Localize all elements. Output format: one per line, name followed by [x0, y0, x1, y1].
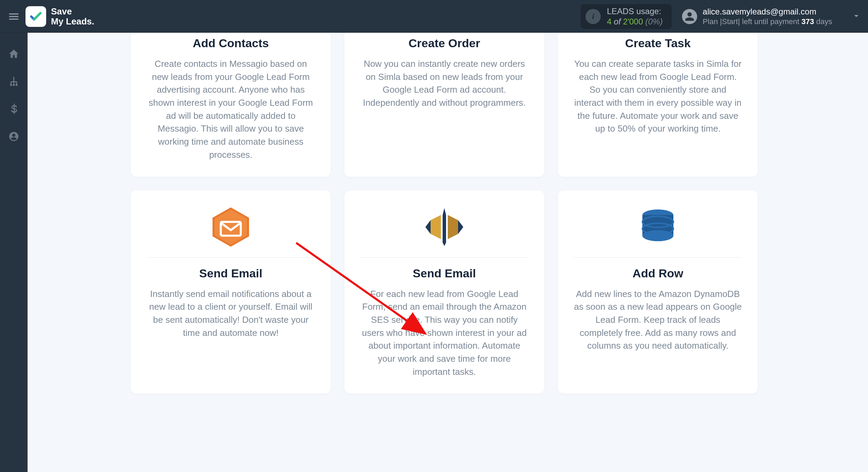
avatar	[682, 9, 697, 24]
integration-card-add-contacts[interactable]: messaggio Add Contacts Create contacts i…	[131, 33, 331, 177]
user-menu[interactable]: alice.savemyleads@gmail.com Plan |Start|…	[682, 6, 861, 27]
card-title: Create Order	[409, 37, 480, 50]
user-info: alice.savemyleads@gmail.com Plan |Start|…	[703, 6, 832, 27]
logo-mark	[25, 6, 46, 27]
sidebar-item-account[interactable]	[7, 130, 21, 143]
sidebar-item-billing[interactable]	[7, 102, 21, 116]
svg-marker-7	[448, 215, 458, 239]
card-description: For each new lead from Google Lead Form,…	[360, 288, 528, 379]
info-icon: i	[586, 9, 601, 24]
sidebar-item-home[interactable]	[7, 47, 21, 61]
card-description: Add new lines to the Amazon DynamoDB as …	[574, 288, 742, 352]
user-menu-chevron	[838, 11, 861, 22]
card-title: Add Contacts	[193, 37, 269, 50]
integration-card-send-email-ses[interactable]: Send Email For each new lead from Google…	[344, 191, 544, 394]
menu-toggle[interactable]	[3, 6, 24, 27]
content: messaggio Add Contacts Create contacts i…	[28, 33, 868, 472]
email-hex-icon	[147, 203, 315, 251]
svg-marker-8	[425, 220, 431, 234]
sidebar-item-connections[interactable]	[7, 74, 21, 88]
svg-point-13	[642, 230, 673, 241]
sitemap-icon	[8, 76, 19, 87]
logo[interactable]: SaveMy Leads.	[25, 6, 94, 27]
integration-card-create-task[interactable]: Create Task You can create separate task…	[558, 33, 758, 177]
card-divider	[574, 257, 742, 258]
card-description: Instantly send email notifications about…	[147, 288, 315, 340]
dollar-icon	[8, 103, 19, 114]
user-circle-icon	[8, 131, 19, 142]
integration-card-create-order[interactable]: Create Order Now you can instantly creat…	[344, 33, 544, 177]
integration-card-add-row[interactable]: Add Row Add new lines to the Amazon Dyna…	[558, 191, 758, 394]
check-icon	[29, 10, 43, 23]
card-description: Create contacts in Messagio based on new…	[147, 58, 315, 162]
svg-marker-9	[458, 220, 463, 234]
card-title: Send Email	[413, 267, 476, 280]
card-title: Send Email	[199, 267, 262, 280]
chevron-down-icon	[851, 11, 861, 21]
integration-card-send-email-1[interactable]: Send Email Instantly send email notifica…	[131, 191, 331, 394]
card-title: Add Row	[632, 267, 683, 280]
brand-text: SaveMy Leads.	[51, 7, 94, 26]
hamburger-icon	[8, 10, 20, 23]
card-divider	[360, 257, 528, 258]
leads-usage-pill[interactable]: i LEADS usage: 4 of 2'000 (0%)	[581, 4, 672, 29]
home-icon	[8, 48, 19, 59]
card-description: Now you can instantly create new orders …	[360, 58, 528, 110]
card-description: You can create separate tasks in Simla f…	[574, 58, 742, 135]
ses-icon	[360, 203, 528, 251]
leads-usage-text: LEADS usage: 4 of 2'000 (0%)	[607, 6, 663, 27]
dynamodb-icon	[574, 203, 742, 251]
card-divider	[147, 257, 315, 258]
svg-marker-5	[443, 208, 446, 246]
user-icon	[684, 11, 695, 22]
svg-marker-6	[431, 215, 441, 239]
sidebar	[0, 33, 28, 472]
header: SaveMy Leads. i LEADS usage: 4 of 2'000 …	[0, 0, 868, 33]
card-title: Create Task	[625, 37, 691, 50]
